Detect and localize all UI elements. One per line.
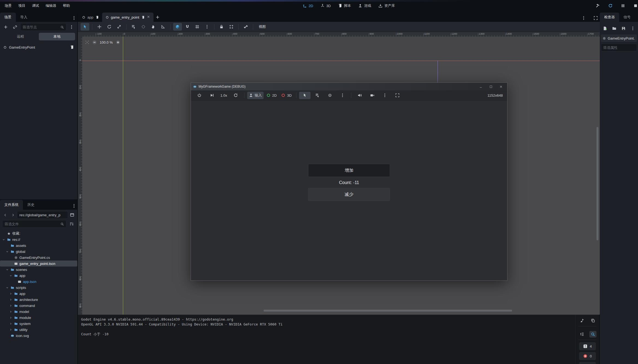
vertical-scrollbar[interactable]: [596, 127, 598, 240]
instance-scene-button[interactable]: [11, 24, 19, 30]
mute-button[interactable]: [354, 92, 365, 99]
reset-button[interactable]: [230, 92, 241, 99]
folder-global[interactable]: global: [0, 248, 77, 254]
folder-scripts-app[interactable]: app: [0, 291, 77, 297]
camera-menu[interactable]: [337, 92, 348, 99]
expander-right[interactable]: [9, 322, 13, 325]
fs-tab-filesystem[interactable]: 文件系统: [0, 200, 23, 210]
resource-menu[interactable]: [630, 25, 635, 32]
workspace-2d[interactable]: 2D: [303, 4, 313, 8]
scene-tree-root-node[interactable]: GameEntryPoint: [1, 44, 76, 51]
suspend-button[interactable]: [194, 92, 205, 99]
game-window-titlebar[interactable]: MyGFrameworkGame (DEBUG): [191, 83, 507, 90]
window-minimize-button[interactable]: [477, 83, 485, 90]
folder-model[interactable]: model: [0, 309, 77, 315]
folder-system[interactable]: system: [0, 321, 77, 327]
view-menu[interactable]: 视图: [256, 23, 268, 30]
mode-2d-button[interactable]: 2D: [265, 92, 279, 99]
filter-properties-input[interactable]: [601, 44, 637, 51]
expander-right[interactable]: [9, 292, 13, 295]
menu-scene[interactable]: 场景: [2, 2, 15, 9]
errors-badge[interactable]: 0: [579, 352, 596, 360]
collapse-duplicates-button[interactable]: [578, 331, 586, 338]
favorites[interactable]: 收藏:: [0, 230, 77, 236]
folder-command[interactable]: command: [0, 303, 77, 309]
smart-snap-toggle[interactable]: [173, 23, 182, 31]
select-tool[interactable]: [81, 23, 89, 31]
pause-button[interactable]: [619, 2, 627, 9]
expander-down[interactable]: [2, 238, 5, 241]
new-scene-tab-button[interactable]: [153, 13, 162, 22]
filter-properties-field[interactable]: [603, 46, 634, 50]
clear-output-button[interactable]: [578, 317, 586, 324]
layout-menu[interactable]: [580, 15, 587, 21]
fullscreen-button[interactable]: [392, 92, 403, 99]
zoom-out-button[interactable]: [92, 40, 97, 45]
rotate-tool[interactable]: [105, 23, 114, 31]
next-frame-button[interactable]: [206, 92, 218, 99]
mode-3d-button[interactable]: 3D: [279, 92, 293, 99]
canvas-viewport[interactable]: 100.0 % MyGFrameworkGame (DEBUG) 1.0x输入2…: [82, 37, 600, 315]
workspace-game[interactable]: 游戏: [358, 3, 371, 8]
folder-scenes[interactable]: scenes: [0, 267, 77, 273]
expander-down[interactable]: [5, 286, 9, 289]
filesystem-menu[interactable]: [70, 203, 78, 209]
expander-right[interactable]: [9, 298, 13, 301]
load-resource-button[interactable]: [612, 25, 617, 32]
expander-down[interactable]: [5, 268, 9, 271]
sort-files-button[interactable]: [68, 221, 75, 227]
snap-menu[interactable]: [203, 23, 211, 31]
messages-badge[interactable]: 4: [579, 342, 596, 350]
grid-snap-toggle[interactable]: [183, 23, 192, 31]
expander-right[interactable]: [9, 304, 13, 307]
options-menu[interactable]: [379, 92, 391, 99]
copy-output-button[interactable]: [589, 317, 596, 324]
build-button[interactable]: [594, 2, 601, 9]
scene-tab-app[interactable]: app: [79, 13, 102, 22]
list-select-tool[interactable]: [129, 23, 138, 31]
warnings-badge[interactable]: 0: [579, 362, 596, 364]
file-icon-svg[interactable]: icon.svg: [0, 333, 77, 339]
workspace-assetlib[interactable]: 资产库: [378, 3, 395, 8]
distraction-free-button[interactable]: [592, 15, 599, 21]
folder-utility[interactable]: utility: [0, 327, 77, 333]
menu-help[interactable]: 帮助: [60, 2, 73, 9]
new-resource-button[interactable]: [602, 25, 608, 32]
zoom-percent[interactable]: 100.0 %: [100, 40, 113, 45]
horizontal-scrollbar[interactable]: [264, 310, 512, 312]
filter-nodes-field[interactable]: [23, 25, 59, 29]
folder-app[interactable]: app: [0, 273, 77, 279]
camera-override-button[interactable]: [324, 92, 336, 99]
folder-assets[interactable]: assets: [0, 242, 77, 248]
pivot-tool[interactable]: [139, 23, 148, 31]
skeleton-menu[interactable]: [241, 23, 250, 31]
close-scene-tab-button[interactable]: [147, 15, 150, 19]
menu-debug[interactable]: 调试: [29, 2, 42, 9]
workspace-3d[interactable]: 3D: [320, 4, 331, 8]
input-toggle[interactable]: 输入: [247, 92, 264, 99]
window-maximize-button[interactable]: [487, 83, 495, 90]
dock-tab-scene[interactable]: 场景: [0, 13, 16, 22]
zoom-in-button[interactable]: [116, 40, 120, 45]
fs-tab-history[interactable]: 历史: [23, 200, 39, 210]
ruler-tool[interactable]: [159, 23, 167, 31]
file-app-tscn[interactable]: app.tscn: [0, 279, 77, 285]
decrease-button[interactable]: 减少: [308, 188, 390, 201]
remote-tab[interactable]: 远程: [2, 33, 39, 40]
folder-architecture[interactable]: architecture: [0, 297, 77, 303]
select-mode-button[interactable]: [299, 92, 311, 99]
res-root[interactable]: res://: [0, 236, 77, 242]
menu-editor[interactable]: 编辑器: [43, 2, 59, 9]
scene-tab-game-entry-point[interactable]: game_entry_point: [102, 13, 153, 22]
save-resource-button[interactable]: [621, 25, 626, 32]
add-node-button[interactable]: [2, 24, 9, 30]
toggle-split-button[interactable]: [69, 212, 76, 218]
window-close-button[interactable]: [497, 83, 505, 90]
expander-down[interactable]: [9, 274, 13, 277]
nav-back-button[interactable]: [2, 212, 9, 218]
restart-button[interactable]: [607, 2, 614, 9]
snap-config[interactable]: [193, 23, 202, 31]
pan-tool[interactable]: [149, 23, 158, 31]
center-view-icon[interactable]: [85, 40, 89, 45]
search-output-button[interactable]: [589, 331, 596, 338]
